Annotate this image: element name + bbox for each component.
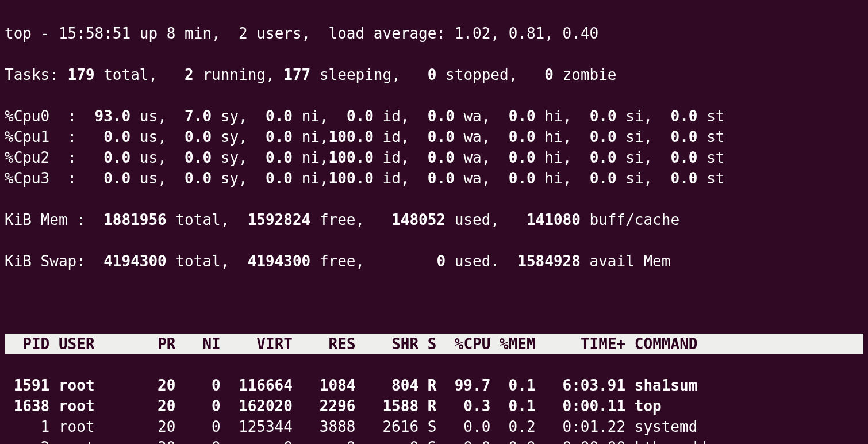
swap-total: 4194300 — [103, 252, 167, 270]
load-5: 0.81 — [509, 25, 545, 42]
process-header: PID USER PR NI VIRT RES SHR S %CPU %MEM … — [5, 334, 863, 354]
mem-total: 1881956 — [103, 211, 167, 228]
top-label: top - — [5, 25, 59, 42]
cpu-line-3: %Cpu3 : 0.0 us, 0.0 sy, 0.0 ni,100.0 id,… — [5, 168, 863, 189]
col-command: COMMAND — [635, 335, 788, 353]
mem-used: 148052 — [391, 211, 445, 228]
uptime-value: 8 min — [167, 25, 212, 42]
tasks-running: 2 — [185, 66, 194, 83]
swap-avail: 1584928 — [517, 252, 581, 270]
col-s: S — [428, 335, 437, 353]
tasks-total: 179 — [68, 66, 95, 83]
col-virt: VIRT — [229, 335, 293, 353]
cpu-line-1: %Cpu1 : 0.0 us, 0.0 sy, 0.0 ni,100.0 id,… — [5, 127, 863, 147]
tasks-line: Tasks: 179 total, 2 running, 177 sleepin… — [5, 64, 863, 85]
tasks-stopped: 0 — [428, 66, 437, 83]
process-row: 1 root 20 0 125344 3888 2616 S 0.0 0.2 0… — [5, 416, 863, 437]
swap-used: 0 — [436, 252, 445, 270]
swap-line: KiB Swap: 4194300 total, 4194300 free, 0… — [5, 251, 863, 271]
col-pid: PID — [5, 335, 49, 353]
col-pr: PR — [140, 335, 176, 353]
users-count: 2 — [239, 25, 248, 42]
terminal-output[interactable]: top - 15:58:51 up 8 min, 2 users, load a… — [0, 0, 868, 444]
swap-free: 4194300 — [248, 252, 311, 270]
process-list: 1591 root 20 0 116664 1084 804 R 99.7 0.… — [5, 375, 863, 444]
time-value: 15:58:51 — [59, 25, 130, 42]
col-cpu: %CPU — [445, 335, 490, 353]
cpu-line-2: %Cpu2 : 0.0 us, 0.0 sy, 0.0 ni,100.0 id,… — [5, 147, 863, 168]
top-summary-line: top - 15:58:51 up 8 min, 2 users, load a… — [5, 23, 863, 44]
blank-line — [5, 292, 863, 313]
col-time: TIME+ — [544, 335, 625, 353]
tasks-sleeping: 177 — [283, 66, 310, 83]
process-row: 2 root 20 0 0 0 0 S 0.0 0.0 0:00.00 kthr… — [5, 437, 863, 444]
col-mem: %MEM — [500, 335, 536, 353]
process-row: 1591 root 20 0 116664 1084 804 R 99.7 0.… — [5, 375, 863, 396]
cpu-line-0: %Cpu0 : 93.0 us, 7.0 sy, 0.0 ni, 0.0 id,… — [5, 106, 863, 127]
col-res: RES — [302, 335, 356, 353]
up-label: up — [130, 25, 167, 42]
col-user: USER — [59, 335, 130, 353]
cpu-lines: %Cpu0 : 93.0 us, 7.0 sy, 0.0 ni, 0.0 id,… — [5, 106, 863, 189]
mem-line: KiB Mem : 1881956 total, 1592824 free, 1… — [5, 209, 863, 230]
load-15: 0.40 — [563, 25, 599, 42]
process-row: 1638 root 20 0 162020 2296 1588 R 0.3 0.… — [5, 396, 863, 416]
mem-free: 1592824 — [248, 211, 311, 228]
col-ni: NI — [185, 335, 221, 353]
load-1: 1.02 — [455, 25, 491, 42]
tasks-zombie: 0 — [544, 66, 554, 83]
mem-buff: 141080 — [527, 211, 581, 228]
col-shr: SHR — [364, 335, 418, 353]
